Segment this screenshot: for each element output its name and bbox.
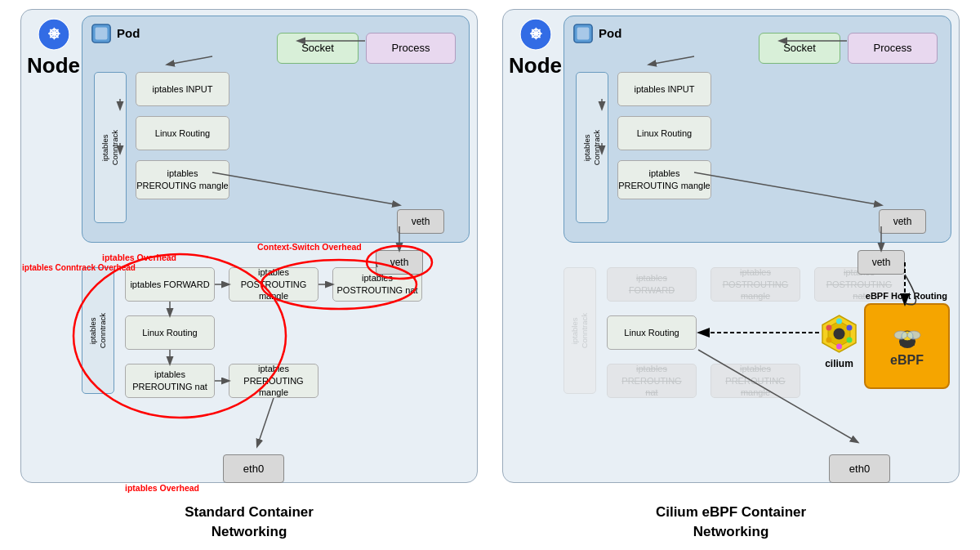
right-diagram-title: Cilium eBPF ContainerNetworking [656, 503, 806, 542]
left-bottom-conntrack: iptablesConntrack [82, 267, 114, 394]
ebpf-text: eBPF [890, 353, 924, 368]
left-etho: eth0 [223, 454, 284, 483]
right-pod-box: Pod Process Socket iptablesConntrack ipt… [564, 16, 951, 243]
right-pod-label: Pod [572, 23, 621, 44]
svg-text:⎈: ⎈ [530, 22, 542, 43]
svg-point-35 [847, 324, 853, 330]
k8s-icon-right: ⎈ [519, 17, 553, 51]
left-linux-routing-bottom: Linux Routing [125, 315, 215, 350]
left-ipt-prerouting-mangle: iptables PREROUTING mangle [229, 364, 318, 398]
svg-rect-23 [577, 27, 590, 39]
pod-icon-right [572, 23, 594, 44]
right-socket-box: Socket [759, 33, 840, 64]
right-veth-bottom: veth [858, 250, 905, 275]
left-ipt-input: iptables INPUT [136, 72, 229, 106]
right-ipt-prerouting-pod: iptables PREROUTING mangle [617, 160, 711, 199]
right-ipt-input: iptables INPUT [617, 72, 711, 106]
svg-text:⎈: ⎈ [48, 22, 60, 43]
left-ipt-forward: iptables FORWARD [125, 267, 215, 302]
right-cilium-logo: cilium [817, 311, 862, 369]
left-conntrack-overhead-label: iptables Conntrack Overhead [22, 262, 136, 273]
right-linux-routing-bottom: Linux Routing [607, 315, 697, 350]
right-bottom-conntrack: iptablesConntrack [564, 267, 596, 394]
svg-point-30 [907, 331, 920, 339]
right-ipt-postrouting-mangle: iptablesPOSTROUTINGmangle [710, 267, 800, 302]
left-node-text: Node [27, 53, 80, 78]
right-node-label: ⎈ Node [509, 17, 562, 78]
left-ipt-prerouting-pod: iptables PREROUTING mangle [136, 160, 229, 199]
svg-point-37 [826, 337, 832, 342]
left-pod-box: Pod Process Socket iptablesConntrack ipt… [82, 16, 470, 243]
left-iptables-overhead-top-label: iptables Overhead [102, 253, 176, 262]
svg-point-39 [836, 343, 842, 349]
right-ipt-prerouting-nat: iptablesPREROUTINGnat [607, 364, 697, 398]
right-veth-top: veth [879, 209, 926, 234]
left-linux-routing-pod: Linux Routing [136, 116, 229, 150]
cilium-icon [817, 311, 862, 356]
svg-point-29 [894, 331, 907, 339]
left-veth-bottom: veth [376, 250, 423, 275]
right-ebpf-box: eBPF [864, 303, 950, 389]
right-diagram: ⎈ Node Pod Process [498, 9, 964, 542]
pod-icon-left [91, 23, 112, 44]
left-node-label: ⎈ Node [27, 17, 80, 78]
left-pod-conntrack: iptablesConntrack [94, 72, 127, 223]
left-socket-box: Socket [277, 33, 359, 64]
left-diagram-title: Standard ContainerNetworking [185, 503, 314, 542]
left-veth-top: veth [397, 209, 444, 234]
ebpf-bee-icon [893, 324, 922, 353]
right-ipt-prerouting-mangle: iptablesPREROUTINGmangle [710, 364, 800, 398]
left-ipt-prerouting-nat: iptables PREROUTING nat [125, 364, 215, 398]
cilium-label: cilium [825, 358, 853, 369]
svg-point-33 [834, 328, 845, 339]
right-etho: eth0 [829, 454, 890, 483]
right-pod-conntrack: iptablesConntrack [576, 72, 608, 223]
svg-point-38 [836, 318, 842, 324]
right-process-box: Process [848, 33, 938, 64]
right-linux-routing-pod: Linux Routing [617, 116, 711, 150]
svg-rect-3 [96, 27, 108, 39]
left-ipt-postrouting-mangle: iptables POSTROUTING mangle [229, 267, 318, 302]
svg-point-34 [826, 324, 832, 330]
left-pod-label: Pod [91, 23, 140, 44]
right-node-text: Node [509, 53, 562, 78]
k8s-icon-left: ⎈ [37, 17, 71, 51]
left-iptables-overhead-bottom-label: iptables Overhead [125, 483, 199, 493]
left-context-switch-label: Context-Switch Overhead [257, 242, 362, 253]
left-process-box: Process [366, 33, 456, 64]
right-ipt-forward: iptablesFORWARD [607, 267, 697, 302]
left-diagram: ⎈ Node Pod Process [16, 9, 482, 542]
right-ebpf-host-routing-label: eBPF Host Routing [866, 291, 947, 301]
svg-point-36 [847, 337, 853, 342]
